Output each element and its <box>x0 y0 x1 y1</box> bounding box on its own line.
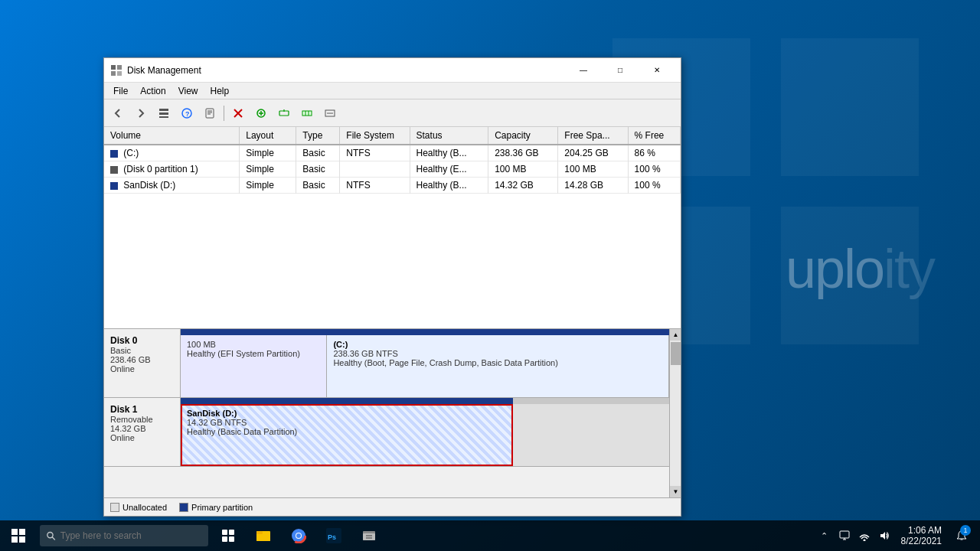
menu-action[interactable]: Action <box>134 84 172 98</box>
col-freespace: Free Spa... <box>558 127 628 145</box>
disk1-status: Online <box>110 433 174 442</box>
properties-button[interactable] <box>199 103 220 124</box>
help-button[interactable]: ? <box>176 103 198 124</box>
disk-area-scrollbar[interactable]: ▲ ▼ <box>669 329 681 497</box>
svg-rect-32 <box>19 536 25 543</box>
forward-button[interactable] <box>130 103 152 124</box>
disk1-size: 14.32 GB <box>110 424 174 433</box>
row0-type: Basic <box>296 145 340 161</box>
disk0-efi-size: 100 MB <box>187 340 320 349</box>
start-button[interactable] <box>0 520 37 551</box>
taskbar-tray: ⌃ 1:06 AM 8/22/2021 <box>815 520 980 551</box>
back-button[interactable] <box>107 103 129 124</box>
svg-rect-29 <box>11 529 18 535</box>
disk-list-button[interactable] <box>153 103 175 124</box>
row1-free: 100 MB <box>558 161 628 178</box>
minimize-button[interactable]: — <box>566 58 601 83</box>
disk1-main-status: Healthy (Basic Data Partition) <box>187 427 507 436</box>
svg-rect-5 <box>117 65 122 70</box>
task-view-button[interactable] <box>211 520 245 551</box>
close-button[interactable]: ✕ <box>639 58 675 83</box>
svg-rect-49 <box>363 533 375 540</box>
disk1-main-partition[interactable]: SanDisk (D:) 14.32 GB NTFS Healthy (Basi… <box>181 404 513 466</box>
row0-pct: 86 % <box>628 145 680 161</box>
chrome-button[interactable] <box>282 520 315 551</box>
disk0-main-partition[interactable]: (C:) 238.36 GB NTFS Healthy (Boot, Page … <box>327 335 669 397</box>
tray-display[interactable] <box>835 520 854 551</box>
svg-rect-9 <box>159 112 168 115</box>
file-manager-button[interactable] <box>352 520 386 551</box>
disk0-main-name: (C:) <box>333 340 662 349</box>
col-pctfree: % Free <box>628 127 680 145</box>
disk0-efi-partition[interactable]: 100 MB Healthy (EFI System Partition) <box>181 335 327 397</box>
disk0-partitions: 100 MB Healthy (EFI System Partition) (C… <box>181 329 669 397</box>
table-row[interactable]: SanDisk (D:) Simple Basic NTFS Healthy (… <box>104 178 681 194</box>
toolbar: ? <box>104 99 681 127</box>
col-filesystem: File System <box>340 127 410 145</box>
disk1-label: Disk 1 Removable 14.32 GB Online <box>104 398 181 466</box>
tray-time[interactable]: 1:06 AM 8/22/2021 <box>895 525 948 546</box>
tray-volume[interactable] <box>875 520 893 551</box>
tray-chevron[interactable]: ⌃ <box>815 520 834 551</box>
file-explorer-button[interactable] <box>247 520 280 551</box>
disk1-main-size: 14.32 GB NTFS <box>187 418 507 427</box>
menu-file[interactable]: File <box>107 84 134 98</box>
notification-badge: 1 <box>960 525 971 536</box>
window-controls: — □ ✕ <box>566 58 675 83</box>
disk0-status: Online <box>110 364 174 373</box>
row1-layout: Simple <box>240 161 296 178</box>
row0-layout: Simple <box>240 145 296 161</box>
row2-type: Basic <box>296 178 340 194</box>
new-striped-button[interactable] <box>296 103 318 124</box>
disk0-main-size: 238.36 GB NTFS <box>333 349 662 358</box>
menu-help[interactable]: Help <box>204 84 236 98</box>
row0-filesystem: NTFS <box>340 145 410 161</box>
scroll-track[interactable] <box>670 341 681 486</box>
maximize-button[interactable]: □ <box>603 58 638 83</box>
row2-capacity: 14.32 GB <box>488 178 558 194</box>
svg-rect-4 <box>111 65 116 70</box>
row0-free: 204.25 GB <box>558 145 628 161</box>
disk0-efi-status: Healthy (EFI System Partition) <box>187 349 320 358</box>
svg-rect-1 <box>781 38 919 176</box>
table-row[interactable]: (C:) Simple Basic NTFS Healthy (B... 238… <box>104 145 681 161</box>
disk1-unallocated <box>513 404 669 466</box>
disk1-row: Disk 1 Removable 14.32 GB Online SanDisk… <box>104 398 669 467</box>
new-simple-button[interactable] <box>250 103 272 124</box>
row1-type: Basic <box>296 161 340 178</box>
disk1-parts-row: SanDisk (D:) 14.32 GB NTFS Healthy (Basi… <box>181 404 669 466</box>
expand-button[interactable] <box>319 103 341 124</box>
taskbar-search[interactable] <box>40 525 208 546</box>
svg-text:?: ? <box>185 110 190 118</box>
disk0-bar <box>181 329 669 335</box>
row2-pct: 100 % <box>628 178 680 194</box>
search-input[interactable] <box>60 530 202 541</box>
photoshop-button[interactable]: Ps <box>317 520 351 551</box>
legend-bar: Unallocated Primary partition <box>104 497 681 516</box>
scroll-down-button[interactable]: ▼ <box>670 486 681 497</box>
svg-rect-31 <box>11 536 18 543</box>
row0-volume: (C:) <box>104 145 240 161</box>
scroll-up-button[interactable]: ▲ <box>670 329 681 341</box>
delete-button[interactable] <box>227 103 249 124</box>
notification-button[interactable]: 1 <box>949 520 974 551</box>
svg-point-45 <box>296 533 301 538</box>
disk1-type: Removable <box>110 415 174 424</box>
svg-rect-30 <box>19 529 25 535</box>
svg-rect-41 <box>256 531 263 534</box>
tray-network[interactable] <box>855 520 874 551</box>
disk0-size: 238.46 GB <box>110 355 174 364</box>
table-row[interactable]: (Disk 0 partition 1) Simple Basic Health… <box>104 161 681 178</box>
scroll-thumb[interactable] <box>671 342 681 365</box>
volume-table-area[interactable]: Volume Layout Type File System Status Ca… <box>104 127 681 329</box>
svg-rect-52 <box>840 531 849 538</box>
legend-unallocated-label: Unallocated <box>122 503 167 512</box>
menu-bar: File Action View Help <box>104 83 681 99</box>
content-area: Volume Layout Type File System Status Ca… <box>104 127 681 516</box>
taskbar-app-icons: Ps <box>211 520 386 551</box>
col-type: Type <box>296 127 340 145</box>
row1-status: Healthy (E... <box>410 161 488 178</box>
menu-view[interactable]: View <box>172 84 204 98</box>
disk-visual-wrapper: Disk 0 Basic 238.46 GB Online 100 MB <box>104 329 681 497</box>
new-spanned-button[interactable] <box>273 103 295 124</box>
